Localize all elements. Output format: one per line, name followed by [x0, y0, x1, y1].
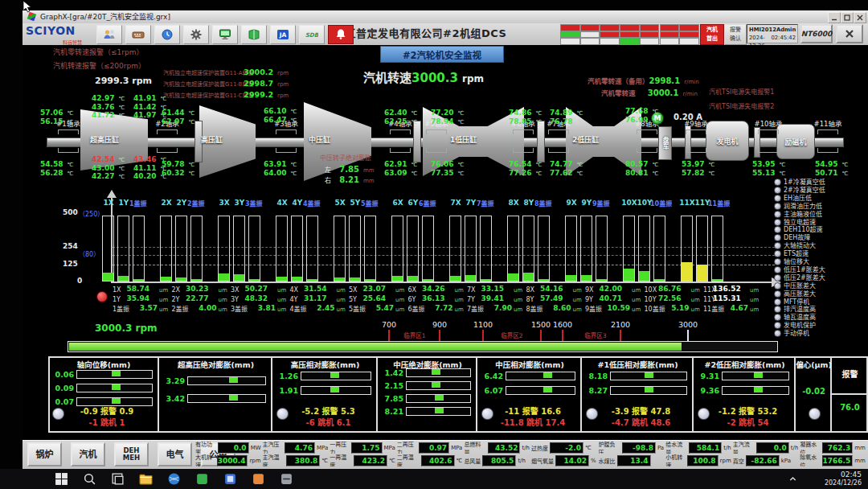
monitor-icon[interactable] [212, 25, 238, 44]
nav-button-DEH-MEH[interactable]: DEHMEH [114, 442, 149, 466]
status-reading: 有功功率0.0MW [195, 442, 261, 454]
vib-bar-fill [191, 279, 202, 281]
vib-table-value: 5.19 [662, 304, 690, 313]
vib-bar [349, 216, 361, 281]
panel-gauge-value: 8.21 [381, 407, 403, 416]
panel-gauge-value: 1.42 [381, 368, 403, 377]
panel-gauge-row: 0.09 [51, 383, 153, 392]
alarm-bell-icon[interactable] [328, 25, 354, 44]
vib-table-unit: um [750, 306, 759, 314]
first-out-box[interactable]: 汽机 首出 [700, 24, 724, 45]
vib-table-unit: um [573, 296, 582, 305]
vib-bar [422, 216, 434, 281]
panel-gauge-marker [645, 372, 653, 378]
eccentric-alarm-column: 报警76.0 [832, 356, 868, 433]
vib-label-cover: 4盖振 [303, 199, 334, 208]
status-value: 402.6 [421, 455, 455, 466]
taskbar-clock[interactable]: 02:45 2024/12/26 [802, 471, 862, 488]
screen-close-button[interactable] [836, 24, 863, 43]
status-label: 凝器水位 [800, 442, 820, 454]
search-icon[interactable] [81, 471, 98, 487]
zero-speed-alarm-label-2: 汽机转速报警（≤200rpm） [53, 62, 145, 71]
start-icon[interactable] [53, 471, 70, 487]
speed-zone-label: 临界区3 [579, 331, 612, 340]
nt6000-badge[interactable]: NT6000 [800, 24, 833, 43]
panel-gauge-track [722, 372, 789, 380]
alarm-list-item: EH油压低 [784, 195, 812, 202]
vib-table-value: 40.71 [595, 294, 622, 303]
ja-icon[interactable]: JA [270, 25, 296, 44]
gear-icon[interactable] [183, 25, 209, 44]
bearing-temp: 62.07 ℃ [162, 115, 194, 127]
vib-label-cover: 1盖振 [129, 199, 160, 208]
users-icon[interactable] [96, 25, 122, 44]
nav-button-锅炉[interactable]: 锅炉 [27, 442, 62, 466]
panel-title: 中压相对膨胀(mm) [477, 359, 582, 368]
browser-icon[interactable] [166, 471, 182, 487]
panel-alarm-row: -0.9 报警 0.9 [59, 405, 154, 414]
task-view-icon[interactable] [109, 471, 126, 487]
vib-table-unit: um [455, 306, 464, 314]
panel-3: 高压相对膨胀(mm)1.261.91-5.2 报警 5.3-6 跳机 6.1 [272, 356, 378, 433]
panel-gauge-value: 6.42 [481, 372, 503, 380]
vib-bar-fill [624, 269, 634, 281]
clock-icon[interactable] [154, 25, 180, 44]
panel-gauge-marker [112, 371, 121, 376]
bearing-bracket-top [58, 129, 79, 134]
eccentric-divider [832, 393, 868, 395]
panel-gauge-value: 8.18 [585, 372, 608, 380]
file-explorer-icon[interactable] [137, 471, 154, 487]
vib-table-value: 31.17 [300, 294, 327, 303]
panel-2: 超高压绝对膨胀(mm)3.293.42 [159, 356, 272, 433]
vib-table-value: 86.76 [654, 285, 682, 294]
vib-table-unit: um [691, 296, 700, 305]
status-reading: 总燃料量43.52t/h [464, 442, 530, 454]
chevron-up-icon[interactable] [784, 471, 801, 487]
vib-bar-fill [249, 279, 260, 281]
close-window-button[interactable] [854, 12, 866, 23]
status-unit: rpm [249, 458, 260, 464]
vib-table-value: 58.74 [122, 285, 149, 294]
chart-ref-line [113, 255, 775, 256]
app-icon-orange[interactable] [250, 471, 267, 487]
panel-gauge-marker [543, 387, 552, 392]
book-icon[interactable] [241, 25, 267, 44]
maximize-button[interactable] [841, 12, 854, 23]
bearing-temp: 62.25 ℃ [384, 115, 417, 127]
vib-bar-fill [350, 277, 360, 281]
keyboard-icon[interactable] [125, 25, 151, 44]
panel-trip-row: -11.8 跳机 17.4 [489, 416, 577, 425]
app-icon-green[interactable] [194, 471, 211, 487]
app-icon-blue[interactable] [222, 471, 239, 487]
vib-table-value: 2.45 [308, 304, 335, 313]
speed-zone-label: 临界区1 [399, 331, 431, 340]
app-icon-gray[interactable] [278, 471, 295, 487]
vib-bar-fill [682, 262, 692, 281]
window-titlebar: GraphX-[gra/#20T_汽机安全监视.grx] [23, 10, 868, 24]
vib-bar-fill [654, 279, 665, 281]
speed-tick-mark [540, 330, 542, 341]
alarm-grid-cell [660, 31, 680, 39]
vib-label-cover: 3盖振 [245, 199, 276, 208]
g11-unit: rpm [277, 80, 289, 89]
panel-gauge-track [187, 376, 266, 385]
minimize-button[interactable] [828, 12, 841, 23]
sdb-icon[interactable]: SDB [299, 25, 325, 44]
nav-button-电气[interactable]: 电气 [158, 442, 192, 466]
vib-bar-fill [523, 273, 534, 281]
nav-button-汽机[interactable]: 汽机 [71, 442, 105, 466]
vib-table-label: 5X [349, 286, 358, 294]
bearing-bracket-top [513, 129, 534, 134]
status-reading: 总风量805.5t/h [464, 454, 530, 466]
vib-table-label: 1X [113, 286, 121, 294]
panel-5: 中压相对膨胀(mm)6.426.07-11 报警 16.6-11.8 跳机 17… [477, 356, 582, 433]
bearing-bracket-top [758, 129, 779, 134]
status-label: 水煤比 [599, 457, 616, 465]
vib-bar [623, 216, 635, 281]
vib-label-cover: 11盖振 [708, 199, 739, 208]
alarm-ack-button[interactable]: 报警 确认 [724, 24, 747, 45]
alarm-grid-inner [560, 24, 699, 45]
vib-bar-fill [176, 277, 186, 281]
panel-status-indicator [481, 408, 493, 420]
vib-bar [334, 216, 346, 281]
